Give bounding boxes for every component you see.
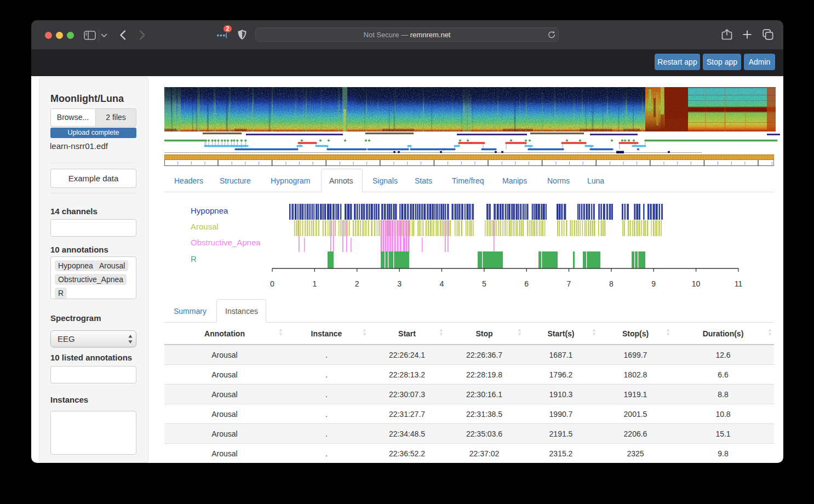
svg-text:6: 6 [524, 279, 529, 288]
svg-text:7: 7 [567, 279, 571, 288]
svg-text:Hypopnea: Hypopnea [191, 206, 228, 215]
svg-text:0: 0 [270, 279, 274, 288]
svg-text:R: R [191, 254, 197, 264]
svg-text:3: 3 [397, 279, 402, 288]
svg-text:9: 9 [651, 279, 656, 288]
svg-text:1: 1 [313, 279, 317, 288]
svg-text:8: 8 [609, 279, 614, 288]
svg-text:4: 4 [440, 279, 444, 288]
svg-text:5: 5 [482, 279, 486, 288]
svg-text:11: 11 [735, 279, 743, 288]
svg-text:Obstructive_Apnea: Obstructive_Apnea [191, 238, 261, 247]
svg-text:10: 10 [692, 279, 701, 288]
svg-text:Arousal: Arousal [191, 222, 219, 231]
svg-text:2: 2 [355, 279, 359, 288]
